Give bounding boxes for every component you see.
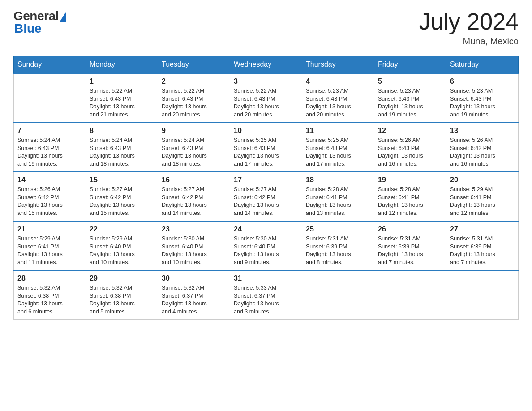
day-info: Sunrise: 5:32 AMSunset: 6:37 PMDaylight:… xyxy=(162,284,226,316)
week-row-5: 28Sunrise: 5:32 AMSunset: 6:38 PMDayligh… xyxy=(14,270,519,320)
day-number: 14 xyxy=(17,176,82,184)
day-number: 10 xyxy=(234,127,298,135)
calendar-cell: 9Sunrise: 5:24 AMSunset: 6:43 PMDaylight… xyxy=(158,123,230,172)
day-info: Sunrise: 5:23 AMSunset: 6:43 PMDaylight:… xyxy=(450,87,515,119)
day-number: 6 xyxy=(450,77,515,86)
title-section: July 2024 Muna, Mexico xyxy=(419,9,519,47)
calendar-cell: 20Sunrise: 5:29 AMSunset: 6:41 PMDayligh… xyxy=(446,172,519,221)
week-row-3: 14Sunrise: 5:26 AMSunset: 6:42 PMDayligh… xyxy=(14,172,519,221)
day-header-wednesday: Wednesday xyxy=(230,56,302,74)
day-number: 11 xyxy=(306,127,370,135)
day-info: Sunrise: 5:27 AMSunset: 6:42 PMDaylight:… xyxy=(234,186,298,217)
logo: General Blue xyxy=(13,9,66,36)
day-number: 31 xyxy=(234,274,298,283)
day-number: 24 xyxy=(234,225,298,233)
day-header-thursday: Thursday xyxy=(302,56,374,74)
day-header-friday: Friday xyxy=(374,56,446,74)
day-info: Sunrise: 5:22 AMSunset: 6:43 PMDaylight:… xyxy=(162,87,226,119)
day-info: Sunrise: 5:30 AMSunset: 6:40 PMDaylight:… xyxy=(162,235,226,266)
calendar-cell: 7Sunrise: 5:24 AMSunset: 6:43 PMDaylight… xyxy=(14,123,86,172)
day-info: Sunrise: 5:22 AMSunset: 6:43 PMDaylight:… xyxy=(90,87,154,119)
day-info: Sunrise: 5:24 AMSunset: 6:43 PMDaylight:… xyxy=(162,137,226,168)
day-info: Sunrise: 5:28 AMSunset: 6:41 PMDaylight:… xyxy=(306,186,370,217)
day-number: 19 xyxy=(378,176,442,184)
calendar-cell: 30Sunrise: 5:32 AMSunset: 6:37 PMDayligh… xyxy=(158,270,230,320)
calendar-cell: 18Sunrise: 5:28 AMSunset: 6:41 PMDayligh… xyxy=(302,172,374,221)
day-info: Sunrise: 5:31 AMSunset: 6:39 PMDaylight:… xyxy=(306,235,370,266)
day-info: Sunrise: 5:25 AMSunset: 6:43 PMDaylight:… xyxy=(234,137,298,168)
day-number: 20 xyxy=(450,176,515,184)
day-info: Sunrise: 5:33 AMSunset: 6:37 PMDaylight:… xyxy=(234,284,298,316)
day-number: 28 xyxy=(17,274,82,283)
day-number: 8 xyxy=(90,127,154,135)
day-info: Sunrise: 5:26 AMSunset: 6:42 PMDaylight:… xyxy=(450,137,515,168)
calendar-cell: 22Sunrise: 5:29 AMSunset: 6:40 PMDayligh… xyxy=(86,221,158,270)
day-info: Sunrise: 5:22 AMSunset: 6:43 PMDaylight:… xyxy=(234,87,298,119)
calendar-cell: 21Sunrise: 5:29 AMSunset: 6:41 PMDayligh… xyxy=(14,221,86,270)
day-number: 27 xyxy=(450,225,515,233)
day-number: 13 xyxy=(450,127,515,135)
day-number: 21 xyxy=(17,225,82,233)
calendar-cell: 6Sunrise: 5:23 AMSunset: 6:43 PMDaylight… xyxy=(446,73,519,123)
calendar-cell: 14Sunrise: 5:26 AMSunset: 6:42 PMDayligh… xyxy=(14,172,86,221)
calendar-cell: 19Sunrise: 5:28 AMSunset: 6:41 PMDayligh… xyxy=(374,172,446,221)
day-info: Sunrise: 5:29 AMSunset: 6:41 PMDaylight:… xyxy=(17,235,82,266)
day-number: 16 xyxy=(162,176,226,184)
day-number: 26 xyxy=(378,225,442,233)
calendar-cell xyxy=(446,270,519,320)
calendar-cell: 12Sunrise: 5:26 AMSunset: 6:43 PMDayligh… xyxy=(374,123,446,172)
calendar-table: SundayMondayTuesdayWednesdayThursdayFrid… xyxy=(13,56,519,320)
page-header: General Blue July 2024 Muna, Mexico xyxy=(13,9,519,47)
calendar-cell: 2Sunrise: 5:22 AMSunset: 6:43 PMDaylight… xyxy=(158,73,230,123)
calendar-cell: 23Sunrise: 5:30 AMSunset: 6:40 PMDayligh… xyxy=(158,221,230,270)
calendar-cell: 31Sunrise: 5:33 AMSunset: 6:37 PMDayligh… xyxy=(230,270,302,320)
calendar-cell xyxy=(374,270,446,320)
calendar-cell: 15Sunrise: 5:27 AMSunset: 6:42 PMDayligh… xyxy=(86,172,158,221)
day-info: Sunrise: 5:29 AMSunset: 6:41 PMDaylight:… xyxy=(450,186,515,217)
calendar-cell: 8Sunrise: 5:24 AMSunset: 6:43 PMDaylight… xyxy=(86,123,158,172)
day-number: 25 xyxy=(306,225,370,233)
week-row-4: 21Sunrise: 5:29 AMSunset: 6:41 PMDayligh… xyxy=(14,221,519,270)
day-number: 5 xyxy=(378,77,442,86)
day-info: Sunrise: 5:32 AMSunset: 6:38 PMDaylight:… xyxy=(17,284,82,316)
day-info: Sunrise: 5:29 AMSunset: 6:40 PMDaylight:… xyxy=(90,235,154,266)
location-subtitle: Muna, Mexico xyxy=(419,36,519,47)
week-row-2: 7Sunrise: 5:24 AMSunset: 6:43 PMDaylight… xyxy=(14,123,519,172)
day-number: 2 xyxy=(162,77,226,86)
day-info: Sunrise: 5:24 AMSunset: 6:43 PMDaylight:… xyxy=(90,137,154,168)
day-info: Sunrise: 5:27 AMSunset: 6:42 PMDaylight:… xyxy=(90,186,154,217)
calendar-cell: 17Sunrise: 5:27 AMSunset: 6:42 PMDayligh… xyxy=(230,172,302,221)
calendar-cell: 11Sunrise: 5:25 AMSunset: 6:43 PMDayligh… xyxy=(302,123,374,172)
day-info: Sunrise: 5:30 AMSunset: 6:40 PMDaylight:… xyxy=(234,235,298,266)
day-number: 9 xyxy=(162,127,226,135)
day-number: 12 xyxy=(378,127,442,135)
day-number: 7 xyxy=(17,127,82,135)
calendar-cell xyxy=(14,73,86,123)
day-number: 23 xyxy=(162,225,226,233)
day-number: 1 xyxy=(90,77,154,86)
day-info: Sunrise: 5:23 AMSunset: 6:43 PMDaylight:… xyxy=(306,87,370,119)
day-number: 29 xyxy=(90,274,154,283)
week-row-1: 1Sunrise: 5:22 AMSunset: 6:43 PMDaylight… xyxy=(14,73,519,123)
day-header-tuesday: Tuesday xyxy=(158,56,230,74)
calendar-cell: 28Sunrise: 5:32 AMSunset: 6:38 PMDayligh… xyxy=(14,270,86,320)
calendar-cell: 1Sunrise: 5:22 AMSunset: 6:43 PMDaylight… xyxy=(86,73,158,123)
day-number: 17 xyxy=(234,176,298,184)
calendar-cell xyxy=(302,270,374,320)
calendar-cell: 29Sunrise: 5:32 AMSunset: 6:38 PMDayligh… xyxy=(86,270,158,320)
logo-triangle-icon xyxy=(60,12,66,22)
day-info: Sunrise: 5:26 AMSunset: 6:43 PMDaylight:… xyxy=(378,137,442,168)
calendar-cell: 25Sunrise: 5:31 AMSunset: 6:39 PMDayligh… xyxy=(302,221,374,270)
day-info: Sunrise: 5:28 AMSunset: 6:41 PMDaylight:… xyxy=(378,186,442,217)
calendar-cell: 4Sunrise: 5:23 AMSunset: 6:43 PMDaylight… xyxy=(302,73,374,123)
calendar-cell: 10Sunrise: 5:25 AMSunset: 6:43 PMDayligh… xyxy=(230,123,302,172)
calendar-cell: 3Sunrise: 5:22 AMSunset: 6:43 PMDaylight… xyxy=(230,73,302,123)
day-info: Sunrise: 5:25 AMSunset: 6:43 PMDaylight:… xyxy=(306,137,370,168)
day-header-saturday: Saturday xyxy=(446,56,519,74)
day-number: 3 xyxy=(234,77,298,86)
calendar-cell: 26Sunrise: 5:31 AMSunset: 6:39 PMDayligh… xyxy=(374,221,446,270)
day-info: Sunrise: 5:26 AMSunset: 6:42 PMDaylight:… xyxy=(17,186,82,217)
day-info: Sunrise: 5:23 AMSunset: 6:43 PMDaylight:… xyxy=(378,87,442,119)
day-info: Sunrise: 5:24 AMSunset: 6:43 PMDaylight:… xyxy=(17,137,82,168)
day-number: 4 xyxy=(306,77,370,86)
